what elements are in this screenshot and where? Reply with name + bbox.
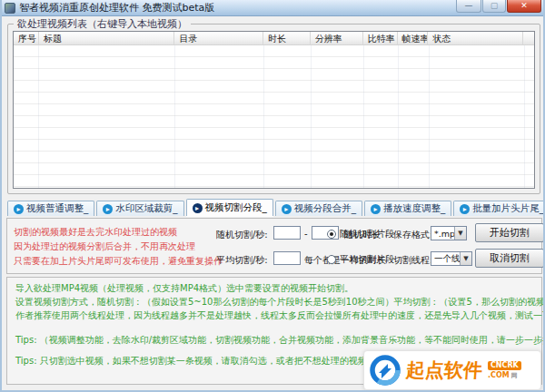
cut-note-2: 因为处理过的视频分割后合并，不用再次处理 (14, 240, 195, 253)
column-header-resolution[interactable]: 分辨率 (311, 32, 363, 44)
title-bar[interactable]: 智者视频消重原创处理软件 免费测试beta版 — ▢ ✕ (2, 0, 545, 16)
tab-label: 视频普通调整_ (26, 202, 88, 215)
function-tabs: ▸ 视频普通调整_ ▸ 水印区域裁剪_ ▸ 视频切割分段_ ▸ 视频分段合并_ … (7, 199, 545, 216)
column-header-framerate[interactable]: 帧速率 (398, 32, 429, 44)
cncrk-badge: CNCRK (488, 361, 521, 370)
start-cut-button[interactable]: 开始切割 (475, 223, 544, 242)
chevron-down-icon[interactable]: ▼ (454, 227, 466, 240)
tab-label: 水印区域裁剪_ (115, 202, 177, 215)
tab-label: 播放速度调整_ (383, 202, 445, 215)
thread-label: 切割线程: (393, 254, 432, 267)
tab-label: 批量加片头片尾_ (472, 202, 544, 215)
cancel-cut-button[interactable]: 取消切割 (475, 249, 544, 268)
maximize-button[interactable]: ▢ (482, 0, 506, 13)
video-list-table[interactable]: 序号 标题 目录 时长 分辨率 比特率 帧速率 状态 (13, 31, 535, 189)
cut-note-3: 只需要在加上片头片尾即可发布使用，避免重复操作 (14, 255, 223, 268)
column-header-spacer (523, 32, 534, 44)
random-min-input[interactable] (273, 226, 301, 240)
video-list-group-label: 欲处理视频列表（右键导入本地视频） (14, 17, 191, 31)
range-dash: - (304, 229, 308, 239)
column-header-title[interactable]: 标题 (39, 32, 174, 44)
badge-suffix: 网 (511, 372, 518, 379)
tab-video-cut[interactable]: ▸ 视频切割分段_ (186, 199, 273, 216)
help-line-3: 作者推荐使用两个线程处理，因为线程越多并不是处理越快，线程太多反而会拉慢所有处理… (15, 309, 545, 322)
tab-circle-icon: ▸ (371, 204, 381, 214)
close-button[interactable]: ✕ (507, 0, 541, 13)
radio-average-label: 平均切割片段 (340, 253, 394, 266)
cut-settings-panel: 切割的视频最好是去完水印处理过的视频 因为处理过的视频分割后合并，不用再次处理 … (6, 218, 542, 274)
radio-random-cut[interactable]: 随机切割片段 (327, 228, 394, 240)
video-list-groupbox: 欲处理视频列表（右键导入本地视频） 序号 标题 目录 时长 分辨率 比特率 帧速… (7, 24, 540, 194)
column-header-directory[interactable]: 目录 (174, 32, 263, 44)
tab-segment-merge[interactable]: ▸ 视频分段合并_ (275, 201, 362, 216)
tab-video-adjust[interactable]: ▸ 视频普通调整_ (7, 201, 94, 216)
save-format-combobox[interactable]: *.mp4 ▼ (431, 226, 467, 240)
app-window: 智者视频消重原创处理软件 免费测试beta版 — ▢ ✕ 欲处理视频列表（右键导… (0, 0, 545, 392)
average-cut-label: 平均切割/秒: (216, 254, 268, 267)
app-icon (5, 3, 15, 14)
tab-watermark-crop[interactable]: ▸ 水印区域裁剪_ (96, 201, 183, 216)
save-format-label: 保存格式: (393, 229, 432, 241)
column-header-duration[interactable]: 时长 (263, 32, 311, 44)
minimize-button[interactable]: — (456, 0, 481, 13)
video-list-gridlines (14, 45, 534, 188)
tab-circle-icon: ▸ (460, 204, 470, 214)
column-header-status[interactable]: 状态 (428, 32, 523, 44)
cut-note-1: 切割的视频最好是去完水印处理过的视频 (14, 226, 177, 239)
tab-circle-icon: ▸ (14, 204, 24, 214)
tab-label: 视频切割分段_ (205, 201, 267, 214)
tab-speed-adjust[interactable]: ▸ 播放速度调整_ (364, 201, 451, 216)
random-cut-label: 随机切割/秒: (216, 229, 268, 241)
radio-average-cut[interactable]: 平均切割片段 (327, 253, 394, 266)
column-header-bitrate[interactable]: 比特率 (363, 32, 398, 44)
tab-circle-icon: ▸ (193, 203, 203, 213)
tab-label: 视频分段合并_ (294, 202, 356, 215)
help-line-1: 导入欲处理MP4视频（处理视频，仅支持MP4格式）选中需要设置的视频开始切割。 (15, 282, 353, 295)
radio-dot-icon (327, 230, 336, 239)
video-list-header: 序号 标题 目录 时长 分辨率 比特率 帧速率 状态 (14, 32, 534, 45)
help-line-2: 设置视频切割方式，随机切割：（假如设置5~10那么切割的每个片段时长是5秒到10… (15, 296, 545, 309)
radio-dot-icon (327, 255, 336, 264)
tab-circle-icon: ▸ (103, 204, 113, 214)
column-header-index[interactable]: 序号 (14, 32, 39, 44)
help-tip-1: Tips: （视频调整功能，去除水印/裁剪区域功能，切割视频功能，合并视频功能，… (15, 334, 545, 347)
tab-circle-icon: ▸ (282, 204, 292, 214)
radio-random-label: 随机切割片段 (340, 228, 394, 240)
average-value-input[interactable] (273, 251, 301, 265)
com-badge: .COM网 (488, 372, 518, 379)
video-list-body[interactable] (14, 45, 534, 188)
qidian-watermark: 起点软件 CNCRK .COM网 (363, 350, 541, 390)
chevron-down-icon[interactable]: ▼ (460, 252, 471, 265)
qidian-logo-icon (370, 355, 401, 386)
thread-combobox[interactable]: 一个线程 ▼ (431, 251, 472, 266)
qidian-brand-text: 起点软件 (405, 358, 483, 383)
tab-batch-intro-outro[interactable]: ▸ 批量加片头片尾_ (453, 201, 545, 216)
window-title: 智者视频消重原创处理软件 免费测试beta版 (19, 1, 214, 15)
